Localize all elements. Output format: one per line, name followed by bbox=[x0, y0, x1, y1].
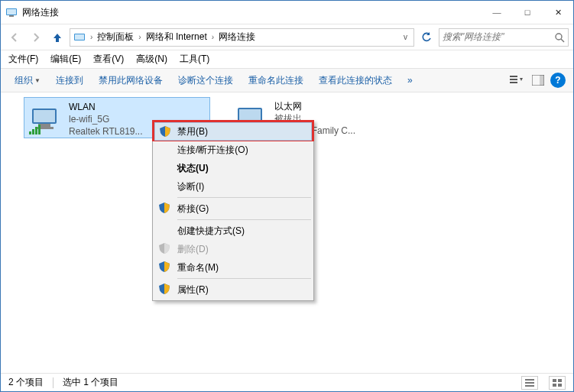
diagnose-button[interactable]: 诊断这个连接 bbox=[172, 71, 239, 90]
address-bar-row: › 控制面板 › 网络和 Internet › 网络连接 v 搜索"网络连接" bbox=[1, 24, 573, 50]
ctx-delete: 删除(D) bbox=[154, 240, 312, 258]
view-options-button[interactable] bbox=[508, 71, 526, 89]
separator bbox=[177, 219, 311, 220]
ctx-rename[interactable]: 重命名(M) bbox=[154, 258, 312, 277]
icons-view-button[interactable] bbox=[549, 376, 566, 390]
ctx-label: 删除(D) bbox=[177, 243, 209, 256]
ctx-diagnose[interactable]: 诊断(I) bbox=[154, 177, 312, 196]
ctx-label: 创建快捷方式(S) bbox=[177, 225, 245, 238]
ctx-label: 状态(U) bbox=[177, 162, 209, 175]
ctx-label: 重命名(M) bbox=[177, 261, 219, 274]
ctx-connect[interactable]: 连接/断开连接(O) bbox=[154, 141, 312, 159]
separator bbox=[177, 278, 311, 279]
details-view-button[interactable] bbox=[521, 376, 538, 390]
toolbar: 组织▼ 连接到 禁用此网络设备 诊断这个连接 重命名此连接 查看此连接的状态 »… bbox=[1, 68, 573, 92]
svg-rect-29 bbox=[525, 385, 534, 387]
chevron-right-icon: › bbox=[210, 33, 216, 41]
view-status-button[interactable]: 查看此连接的状态 bbox=[313, 71, 398, 90]
status-bar: 2 个项目 选中 1 个项目 bbox=[1, 373, 573, 391]
adapter-ssid: le-wifi_5G bbox=[69, 113, 143, 125]
separator bbox=[177, 197, 311, 198]
toolbar-overflow[interactable]: » bbox=[401, 72, 419, 89]
content-area: WLAN le-wifi_5G Realtek RTL819... 以太网 被拔… bbox=[1, 92, 573, 372]
breadcrumb-dropdown[interactable]: v bbox=[401, 33, 410, 41]
menu-edit[interactable]: 编辑(E) bbox=[50, 53, 81, 66]
svg-rect-15 bbox=[35, 127, 54, 129]
ctx-properties[interactable]: 属性(R) bbox=[154, 280, 312, 299]
menu-advanced[interactable]: 高级(N) bbox=[136, 53, 167, 66]
menu-view[interactable]: 查看(V) bbox=[93, 53, 124, 66]
svg-rect-19 bbox=[38, 125, 41, 134]
minimize-button[interactable]: — bbox=[482, 1, 512, 24]
chevron-right-icon: › bbox=[89, 33, 94, 41]
ctx-shortcut[interactable]: 创建快捷方式(S) bbox=[154, 222, 312, 240]
adapter-text: WLAN le-wifi_5G Realtek RTL819... bbox=[69, 101, 143, 134]
svg-rect-4 bbox=[75, 34, 84, 40]
menu-tools[interactable]: 工具(T) bbox=[180, 53, 209, 66]
close-button[interactable]: ✕ bbox=[543, 1, 573, 24]
breadcrumb-icon bbox=[73, 31, 86, 44]
status-count: 2 个项目 bbox=[8, 376, 44, 389]
svg-rect-8 bbox=[510, 79, 517, 80]
connect-to-button[interactable]: 连接到 bbox=[50, 71, 89, 90]
svg-rect-1 bbox=[7, 9, 16, 15]
ctx-label: 禁用(B) bbox=[177, 125, 208, 138]
search-input[interactable]: 搜索"网络连接" bbox=[439, 28, 569, 47]
maximize-button[interactable]: □ bbox=[512, 1, 543, 24]
shield-icon bbox=[159, 202, 170, 213]
adapter-device: Realtek RTL819... bbox=[69, 125, 143, 138]
help-button[interactable]: ? bbox=[550, 73, 566, 88]
breadcrumb-item[interactable]: 网络和 Internet bbox=[144, 31, 209, 44]
svg-line-6 bbox=[561, 39, 564, 42]
svg-rect-2 bbox=[9, 15, 14, 17]
shield-icon bbox=[159, 283, 170, 294]
preview-pane-button[interactable] bbox=[529, 71, 547, 89]
shield-icon bbox=[159, 261, 170, 272]
ctx-label: 桥接(G) bbox=[177, 202, 209, 215]
context-menu: 禁用(B) 连接/断开连接(O) 状态(U) 诊断(I) 桥接(G) 创建快捷方… bbox=[152, 120, 314, 301]
refresh-button[interactable] bbox=[417, 28, 436, 47]
search-icon bbox=[554, 32, 565, 43]
svg-rect-31 bbox=[558, 379, 562, 382]
svg-rect-28 bbox=[525, 382, 534, 384]
status-selection: 选中 1 个项目 bbox=[63, 376, 118, 389]
divider bbox=[53, 377, 54, 388]
breadcrumb[interactable]: › 控制面板 › 网络和 Internet › 网络连接 v bbox=[70, 28, 414, 47]
chevron-down-icon: ▼ bbox=[34, 77, 41, 84]
svg-point-5 bbox=[556, 34, 562, 40]
ctx-bridge[interactable]: 桥接(G) bbox=[154, 199, 312, 218]
rename-button[interactable]: 重命名此连接 bbox=[242, 71, 310, 90]
ctx-label: 属性(R) bbox=[177, 283, 209, 296]
up-button[interactable] bbox=[48, 28, 66, 47]
breadcrumb-item[interactable]: 控制面板 bbox=[96, 31, 135, 44]
svg-rect-7 bbox=[510, 76, 517, 77]
ctx-disable[interactable]: 禁用(B) bbox=[154, 122, 312, 141]
organize-label: 组织 bbox=[15, 74, 33, 87]
chevron-right-icon: › bbox=[137, 33, 142, 41]
svg-rect-11 bbox=[540, 75, 544, 86]
menu-bar: 文件(F) 编辑(E) 查看(V) 高级(N) 工具(T) bbox=[1, 50, 573, 68]
svg-rect-13 bbox=[34, 110, 55, 122]
svg-rect-32 bbox=[553, 384, 556, 387]
menu-file[interactable]: 文件(F) bbox=[8, 53, 38, 66]
adapter-name: WLAN bbox=[69, 101, 143, 113]
ctx-status[interactable]: 状态(U) bbox=[154, 159, 312, 177]
svg-rect-18 bbox=[35, 127, 37, 134]
svg-rect-17 bbox=[32, 129, 34, 134]
disable-device-button[interactable]: 禁用此网络设备 bbox=[92, 71, 169, 90]
window-title: 网络连接 bbox=[22, 6, 482, 19]
titlebar: 网络连接 — □ ✕ bbox=[1, 1, 573, 24]
ctx-label: 连接/断开连接(O) bbox=[177, 144, 248, 157]
breadcrumb-item[interactable]: 网络连接 bbox=[217, 31, 257, 44]
back-button[interactable] bbox=[5, 28, 24, 47]
shield-icon bbox=[160, 126, 170, 137]
svg-rect-27 bbox=[525, 379, 534, 381]
organize-button[interactable]: 组织▼ bbox=[8, 71, 47, 90]
app-icon bbox=[5, 6, 18, 18]
svg-rect-30 bbox=[553, 379, 556, 382]
adapter-name: 以太网 bbox=[274, 100, 355, 112]
svg-rect-33 bbox=[558, 384, 562, 387]
forward-button[interactable] bbox=[27, 28, 45, 47]
adapter-icon bbox=[28, 101, 64, 138]
shield-icon bbox=[159, 243, 170, 254]
